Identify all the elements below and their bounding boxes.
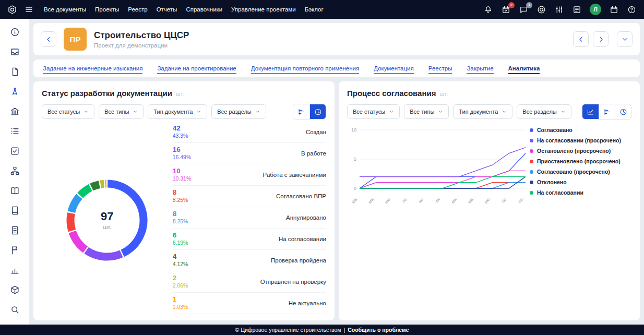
sidebar-item-checklist[interactable] [0, 142, 29, 162]
series-label: На согласовании (просрочено) [537, 137, 621, 143]
doc-type-filter[interactable]: Тип документа [453, 104, 512, 119]
top-menu-item[interactable]: Проекты [95, 6, 119, 13]
donut-segment[interactable] [73, 232, 86, 249]
section-filter[interactable]: Все разделы [211, 104, 266, 119]
project-nav [573, 31, 633, 47]
tab-item[interactable]: Документация повторного применения [251, 65, 360, 71]
status-filter[interactable]: Все статусы [42, 104, 94, 119]
top-menu-item[interactable]: Бэклог [305, 6, 324, 13]
mentions-icon[interactable] [536, 5, 546, 15]
x-tick-label: ма... [450, 194, 460, 205]
help-icon[interactable] [627, 5, 637, 15]
donut-segment[interactable] [101, 184, 104, 184]
sidebar-item-search[interactable] [0, 301, 29, 320]
series-line[interactable] [360, 153, 526, 188]
chevron-down-icon [84, 109, 89, 114]
prev-project-button[interactable] [573, 31, 589, 47]
series-legend-item[interactable]: Отклонено [530, 179, 631, 185]
filter-label: Тип документа [459, 109, 498, 115]
history-view-button[interactable] [615, 104, 631, 119]
calendar-icon[interactable] [609, 5, 619, 15]
sidebar-item-flag[interactable] [0, 241, 29, 261]
calendar-tasks-icon[interactable]: 2 [501, 5, 511, 15]
series-line[interactable] [360, 183, 526, 188]
series-legend-item[interactable]: Согласовано (просрочено) [530, 169, 631, 175]
line-view-button[interactable] [582, 104, 599, 119]
report-problem-link[interactable]: Сообщить о проблеме [348, 327, 409, 333]
status-percent: 4.12% [173, 261, 188, 268]
news-icon[interactable] [572, 5, 582, 15]
series-legend-item[interactable]: На согласовании (просрочено) [530, 137, 631, 143]
view-toggle-group [293, 104, 326, 119]
type-filter[interactable]: Все типы [99, 104, 144, 119]
tab-item[interactable]: Реестры [428, 65, 452, 71]
sidebar-item-hierarchy[interactable] [0, 162, 29, 182]
page-title: Строительство ЦЦСР [94, 30, 189, 41]
status-percent: 2.06% [173, 282, 188, 289]
sidebar-item-cube[interactable] [0, 281, 29, 301]
task-list-icon [10, 126, 20, 138]
total-count: 97 [101, 210, 113, 223]
sidebar-item-compass[interactable] [0, 82, 29, 102]
tab-item[interactable]: Закрытие [467, 65, 493, 71]
series-legend-item[interactable]: Остановлено (просрочено) [530, 148, 631, 154]
settings-sliders-icon[interactable] [554, 5, 564, 15]
status-value-block: 44.12% [173, 253, 188, 267]
model-cube-icon [10, 285, 20, 297]
history-view-button[interactable] [309, 104, 326, 119]
notification-badge: 1 [526, 2, 532, 8]
sidebar-item-bookopen[interactable] [0, 182, 29, 201]
doc-type-filter[interactable]: Тип документа [148, 104, 207, 119]
app-logo-icon[interactable] [7, 5, 17, 15]
legend-dot-icon [530, 170, 533, 174]
tab-item[interactable]: Аналитика [508, 65, 540, 71]
top-menu-item[interactable]: Все документы [44, 6, 86, 13]
status-value-block: 1010.31% [173, 168, 192, 182]
back-button[interactable] [41, 31, 56, 47]
top-menu-item[interactable]: Справочники [186, 6, 222, 13]
top-menu-item[interactable]: Реестр [128, 6, 147, 13]
donut-segment[interactable] [87, 250, 122, 256]
type-filter[interactable]: Все типы [404, 104, 449, 119]
sidebar-item-info[interactable] [0, 23, 29, 43]
series-legend-item[interactable]: Приостановлено (просрочено) [530, 158, 631, 164]
chevron-down-icon [196, 109, 201, 114]
bell-icon[interactable] [483, 5, 493, 15]
tab-label: Документация [374, 65, 414, 74]
user-avatar[interactable]: Л [590, 4, 601, 15]
donut-segment[interactable] [71, 196, 79, 212]
bars-view-button[interactable] [293, 104, 309, 119]
sidebar-item-chart[interactable] [0, 261, 29, 281]
expand-button[interactable] [617, 31, 633, 47]
messages-icon[interactable]: 1 [519, 5, 529, 15]
donut-segment[interactable] [80, 187, 91, 195]
status-filter[interactable]: Все статусы [347, 104, 400, 119]
x-tick-label: ма... [367, 194, 377, 205]
bar-chart-icon [10, 265, 20, 277]
search-icon [10, 305, 20, 317]
sidebar-item-bank[interactable] [0, 102, 29, 122]
sidebar-item-file[interactable] [0, 63, 29, 82]
donut-segment[interactable] [92, 184, 100, 187]
sidebar-item-book[interactable] [0, 201, 29, 221]
status-label: Согласовано ВПР [276, 193, 326, 199]
filter-label: Все типы [104, 109, 129, 115]
bars-view-button[interactable] [599, 104, 615, 119]
series-legend-item[interactable]: Согласовано [530, 127, 631, 133]
tab-item[interactable]: Документация [374, 65, 414, 71]
tab-item[interactable]: Задание на инженерные изыскания [43, 65, 142, 71]
tab-item[interactable]: Задание на проектирование [157, 65, 236, 71]
series-line[interactable] [360, 148, 526, 177]
donut-segment[interactable] [70, 213, 72, 230]
section-filter[interactable]: Все разделы [517, 104, 571, 119]
sidebar-item-tasks[interactable] [0, 122, 29, 142]
sidebar-item-docline[interactable] [0, 221, 29, 241]
next-project-button[interactable] [593, 31, 609, 47]
filter-label: Тип документа [153, 109, 193, 115]
series-legend: СогласованоНа согласовании (просрочено)О… [530, 119, 631, 320]
sidebar-item-inbox[interactable] [0, 43, 29, 63]
top-menu-item[interactable]: Отчеты [157, 6, 177, 13]
series-legend-item[interactable]: На согласовании [530, 189, 631, 196]
menu-icon[interactable] [24, 5, 34, 15]
top-menu-item[interactable]: Управление проектами [231, 6, 296, 13]
